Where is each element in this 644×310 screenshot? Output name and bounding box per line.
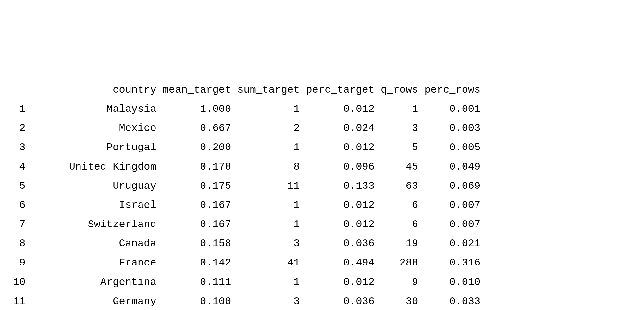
row-index: 1 — [13, 99, 25, 119]
data-table: countrymean_targetsum_targetperc_targetq… — [13, 80, 631, 310]
cell-q-rows: 288 — [375, 253, 418, 272]
cell-mean-target: 0.142 — [156, 253, 231, 272]
cell-perc-target: 0.036 — [300, 292, 374, 310]
header-q-rows: q_rows — [375, 80, 418, 99]
table-row: 3Portugal0.20010.01250.005 — [13, 138, 631, 157]
cell-perc-rows: 0.007 — [418, 215, 480, 234]
table-row: 11Germany0.10030.036300.033 — [13, 292, 631, 310]
table-row: 6Israel0.16710.01260.007 — [13, 196, 631, 215]
cell-mean-target: 0.100 — [156, 292, 231, 310]
row-index: 9 — [13, 253, 25, 272]
cell-perc-target: 0.133 — [300, 176, 374, 196]
table-header-row: countrymean_targetsum_targetperc_targetq… — [13, 80, 631, 99]
cell-mean-target: 0.175 — [156, 176, 231, 196]
cell-perc-rows: 0.010 — [418, 273, 480, 292]
cell-mean-target: 0.167 — [156, 196, 231, 215]
cell-q-rows: 45 — [375, 157, 418, 176]
cell-perc-target: 0.012 — [300, 273, 374, 292]
cell-sum-target: 1 — [231, 273, 300, 292]
cell-sum-target: 8 — [231, 157, 300, 176]
cell-sum-target: 41 — [231, 253, 300, 272]
table-row: 7Switzerland0.16710.01260.007 — [13, 215, 631, 234]
header-perc-target: perc_target — [300, 80, 374, 99]
cell-q-rows: 5 — [375, 138, 418, 157]
cell-perc-target: 0.012 — [300, 138, 374, 157]
table-row: 1Malaysia1.00010.01210.001 — [13, 99, 631, 119]
table-row: 8Canada0.15830.036190.021 — [13, 234, 631, 253]
header-perc-rows: perc_rows — [418, 80, 480, 99]
cell-q-rows: 6 — [375, 196, 418, 215]
cell-sum-target: 3 — [231, 292, 300, 310]
cell-q-rows: 3 — [375, 119, 418, 138]
cell-q-rows: 6 — [375, 215, 418, 234]
cell-perc-rows: 0.033 — [418, 292, 480, 310]
cell-country: Germany — [25, 292, 156, 310]
cell-country: Uruguay — [25, 176, 156, 196]
cell-perc-rows: 0.001 — [418, 99, 480, 119]
table-row: 2Mexico0.66720.02430.003 — [13, 119, 631, 138]
cell-perc-rows: 0.007 — [418, 196, 480, 215]
cell-mean-target: 0.667 — [156, 119, 231, 138]
row-index: 3 — [13, 138, 25, 157]
header-country: country — [25, 80, 156, 99]
cell-sum-target: 1 — [231, 138, 300, 157]
table-row: 9France0.142410.4942880.316 — [13, 253, 631, 272]
cell-country: Malaysia — [25, 99, 156, 119]
cell-perc-rows: 0.049 — [418, 157, 480, 176]
table-row: 4United Kingdom0.17880.096450.049 — [13, 157, 631, 176]
row-index: 6 — [13, 196, 25, 215]
cell-sum-target: 1 — [231, 99, 300, 119]
cell-country: Switzerland — [25, 215, 156, 234]
header-mean-target: mean_target — [156, 80, 231, 99]
cell-perc-target: 0.024 — [300, 119, 374, 138]
row-index: 2 — [13, 119, 25, 138]
cell-q-rows: 30 — [375, 292, 418, 310]
cell-perc-rows: 0.069 — [418, 176, 480, 196]
row-index: 4 — [13, 157, 25, 176]
cell-perc-rows: 0.005 — [418, 138, 480, 157]
cell-country: Portugal — [25, 138, 156, 157]
cell-perc-rows: 0.021 — [418, 234, 480, 253]
header-sum-target: sum_target — [231, 80, 300, 99]
row-index: 8 — [13, 234, 25, 253]
cell-country: France — [25, 253, 156, 272]
cell-sum-target: 3 — [231, 234, 300, 253]
table-row: 10Argentina0.11110.01290.010 — [13, 273, 631, 292]
cell-country: Mexico — [25, 119, 156, 138]
cell-sum-target: 1 — [231, 215, 300, 234]
table-row: 5Uruguay0.175110.133630.069 — [13, 176, 631, 196]
cell-country: Canada — [25, 234, 156, 253]
cell-perc-target: 0.096 — [300, 157, 374, 176]
cell-q-rows: 19 — [375, 234, 418, 253]
cell-country: Israel — [25, 196, 156, 215]
cell-country: Argentina — [25, 273, 156, 292]
row-index: 5 — [13, 176, 25, 196]
cell-perc-target: 0.012 — [300, 196, 374, 215]
cell-perc-target: 0.036 — [300, 234, 374, 253]
cell-mean-target: 0.111 — [156, 273, 231, 292]
cell-perc-target: 0.012 — [300, 215, 374, 234]
cell-mean-target: 0.158 — [156, 234, 231, 253]
cell-sum-target: 2 — [231, 119, 300, 138]
cell-perc-target: 0.494 — [300, 253, 374, 272]
cell-q-rows: 63 — [375, 176, 418, 196]
cell-sum-target: 11 — [231, 176, 300, 196]
cell-q-rows: 9 — [375, 273, 418, 292]
cell-mean-target: 1.000 — [156, 99, 231, 119]
row-index: 10 — [13, 273, 25, 292]
cell-perc-target: 0.012 — [300, 99, 374, 119]
cell-mean-target: 0.200 — [156, 138, 231, 157]
row-index: 11 — [13, 292, 25, 310]
cell-perc-rows: 0.003 — [418, 119, 480, 138]
cell-perc-rows: 0.316 — [418, 253, 480, 272]
cell-mean-target: 0.178 — [156, 157, 231, 176]
cell-sum-target: 1 — [231, 196, 300, 215]
cell-country: United Kingdom — [25, 157, 156, 176]
cell-q-rows: 1 — [375, 99, 418, 119]
cell-mean-target: 0.167 — [156, 215, 231, 234]
row-index: 7 — [13, 215, 25, 234]
